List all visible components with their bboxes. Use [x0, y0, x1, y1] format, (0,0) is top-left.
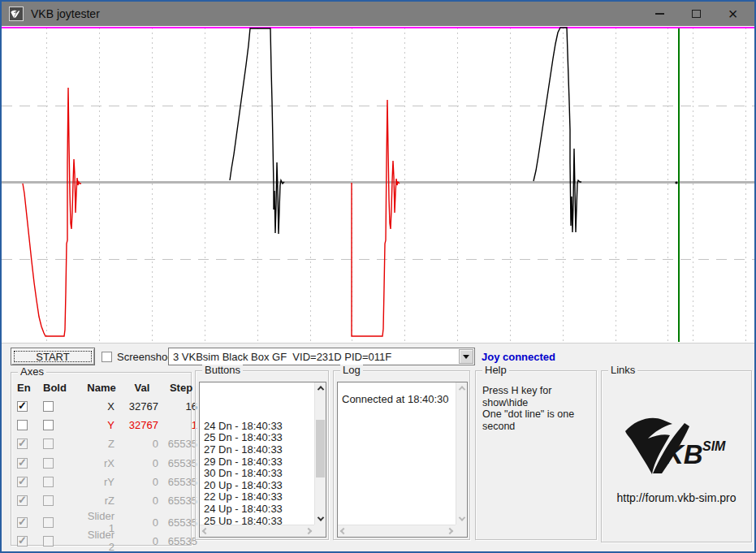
- control-panel: START Screenshoot 3 VKBsim Black Box GF …: [2, 343, 754, 551]
- logo-kb-text: KB: [664, 439, 703, 469]
- app-icon: [9, 6, 24, 21]
- axis-bold-checkbox: [43, 536, 54, 547]
- scroll-thumb[interactable]: [316, 420, 325, 477]
- button-event-item[interactable]: 27 Dn - 18:40:33: [204, 444, 314, 456]
- axis-bold-checkbox: [43, 477, 54, 487]
- axis-value: 32767: [123, 419, 162, 431]
- axes-header-val: Val: [123, 382, 162, 394]
- axis-row: rX 0 65535: [11, 454, 191, 473]
- axis-row: Y 32767 1: [11, 416, 191, 434]
- axis-name: Y: [80, 419, 123, 431]
- start-button[interactable]: START: [11, 348, 95, 365]
- axis-value: 0: [123, 457, 162, 469]
- links-group: Links KB SIM http://forum.vkb-sim.pro: [601, 370, 752, 542]
- forum-link[interactable]: http://forum.vkb-sim.pro: [616, 491, 736, 504]
- axis-enable-checkbox: [17, 536, 28, 547]
- vkbsim-logo: KB SIM: [624, 417, 729, 482]
- log-horizontal-scrollbar: [338, 525, 456, 537]
- axis-bold-checkbox[interactable]: [43, 401, 54, 412]
- scroll-up-button: [456, 382, 468, 394]
- axis-name: rX: [80, 457, 123, 469]
- window-title: VKB joytester: [31, 7, 100, 20]
- axis-enable-checkbox[interactable]: [17, 401, 28, 412]
- titlebar: VKB joytester ×: [2, 2, 754, 26]
- buttons-horizontal-scrollbar: [200, 525, 314, 537]
- close-icon: ×: [728, 6, 738, 22]
- axis-row: rY 0 65535: [11, 473, 191, 491]
- axis-row: Slider 2 0 65535: [11, 529, 191, 547]
- axes-header-name: Name: [80, 382, 123, 394]
- scroll-track[interactable]: [315, 394, 326, 513]
- axis-value: 0: [123, 495, 162, 507]
- axes-group-title: Axes: [18, 366, 46, 378]
- chevron-left-icon: [340, 528, 347, 534]
- axis-value: 0: [123, 535, 162, 547]
- buttons-group-title: Buttons: [202, 365, 243, 376]
- log-listbox: Connected at 18:40:30: [337, 382, 468, 538]
- scroll-down-button[interactable]: [315, 513, 326, 525]
- axis-bold-checkbox: [43, 458, 54, 469]
- close-button[interactable]: ×: [715, 2, 751, 26]
- button-event-item[interactable]: 24 Up - 18:40:33: [204, 503, 314, 516]
- button-event-item[interactable]: 30 Dn - 18:40:33: [204, 468, 314, 480]
- axis-bold-checkbox: [43, 517, 54, 528]
- scroll-right-button: [444, 525, 456, 537]
- log-vertical-scrollbar: [456, 382, 467, 525]
- minimize-button[interactable]: [642, 2, 678, 26]
- chevron-right-icon: [305, 528, 312, 534]
- axis-bold-checkbox[interactable]: [43, 420, 54, 430]
- axes-group: Axes En Bold Name Val Step X 32767 16: [11, 372, 192, 546]
- axis-value: 32767: [123, 400, 162, 413]
- axes-rows: X 32767 16 Y 32767 1 Z 0 65535: [11, 397, 191, 548]
- device-select-dropdown-button[interactable]: [459, 349, 473, 364]
- chevron-down-icon: [318, 514, 324, 521]
- log-group-title: Log: [340, 365, 363, 376]
- axis-row: Z 0 65535: [11, 434, 191, 453]
- axis-name: rY: [80, 476, 123, 488]
- buttons-group: Buttons 24 Dn - 18:40:3325 Dn - 18:40:33…: [195, 370, 329, 540]
- button-event-item[interactable]: 25 Up - 18:40:33: [204, 516, 314, 525]
- button-events-list: 24 Dn - 18:40:3325 Dn - 18:40:3327 Dn - …: [200, 382, 314, 525]
- screenshot-checkbox[interactable]: [102, 352, 112, 362]
- button-event-item[interactable]: 24 Dn - 18:40:33: [204, 421, 314, 433]
- maximize-icon: [692, 10, 701, 18]
- chevron-up-icon: [459, 386, 465, 392]
- axis-enable-checkbox: [17, 439, 28, 449]
- chevron-right-icon: [447, 528, 453, 534]
- vkb-bird-icon: [11, 9, 22, 19]
- buttons-vertical-scrollbar[interactable]: [314, 382, 326, 525]
- axis-name: Z: [80, 438, 123, 450]
- scroll-left-button: [200, 525, 211, 537]
- axis-strip-chart: [2, 26, 754, 343]
- axis-row: X 32767 16: [11, 397, 191, 416]
- axis-value: 0: [123, 476, 162, 488]
- links-content: KB SIM http://forum.vkb-sim.pro: [602, 371, 751, 542]
- scroll-down-button: [456, 513, 468, 525]
- axis-enable-checkbox[interactable]: [17, 420, 28, 430]
- chevron-up-icon: [318, 386, 324, 392]
- minimize-icon: [655, 13, 664, 15]
- button-event-item[interactable]: 25 Dn - 18:40:33: [204, 432, 314, 444]
- chevron-down-icon: [459, 514, 465, 521]
- button-event-item[interactable]: 29 Dn - 18:40:33: [204, 456, 314, 469]
- axis-enable-checkbox: [17, 477, 28, 487]
- axes-header-en: En: [17, 382, 43, 394]
- scroll-up-button[interactable]: [315, 382, 326, 394]
- log-group: Log Connected at 18:40:30: [333, 370, 470, 540]
- button-event-item[interactable]: 20 Up - 18:40:33: [204, 480, 314, 492]
- scrollbar-corner: [314, 525, 326, 537]
- help-line-2: One "dot line" is one second: [482, 408, 596, 432]
- chevron-down-icon: [463, 355, 469, 359]
- help-group: Help Press H key for show\hide One "dot …: [475, 370, 597, 540]
- axes-header-bold: Bold: [43, 382, 80, 394]
- scroll-left-button: [338, 525, 349, 537]
- scrollbar-corner: [456, 525, 467, 537]
- scroll-track: [456, 394, 467, 513]
- axis-name: X: [80, 400, 123, 413]
- maximize-button[interactable]: [678, 2, 715, 26]
- axes-header-row: En Bold Name Val Step: [11, 378, 191, 397]
- button-events-listbox: 24 Dn - 18:40:3325 Dn - 18:40:3327 Dn - …: [199, 382, 326, 538]
- device-select[interactable]: 3 VKBsim Black Box GF VID=231D PID=011F: [168, 348, 475, 365]
- button-event-item[interactable]: 22 Up - 18:40:33: [204, 491, 314, 503]
- log-text: Connected at 18:40:30: [338, 382, 456, 525]
